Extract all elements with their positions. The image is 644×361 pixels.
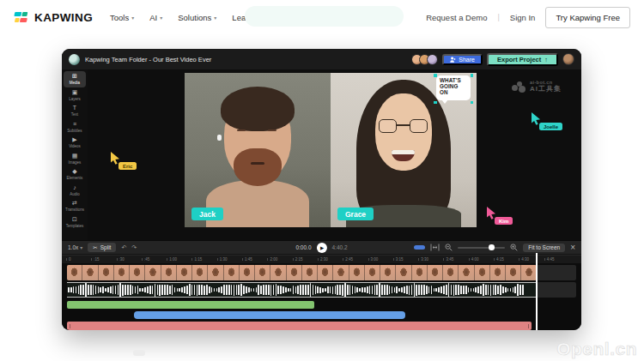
play-button[interactable]: ▶	[317, 243, 327, 253]
selection-handle[interactable]	[471, 101, 474, 105]
text-element-selection: WHAT'S GOING ON	[434, 75, 472, 104]
request-demo-link[interactable]: Request a Demo	[426, 13, 487, 22]
video-track-thumbnails[interactable]	[67, 265, 537, 280]
selection-handle[interactable]	[434, 101, 437, 105]
project-title[interactable]: Kapwing Team Folder - Our Best Video Eve…	[85, 56, 211, 63]
try-kapwing-free-button[interactable]: Try Kapwing Free	[545, 7, 630, 28]
ruler-tick-label: 2:45	[345, 257, 353, 262]
sidebar-item[interactable]: ◆ Elements	[64, 166, 86, 183]
ruler-tick: 4:45	[544, 256, 569, 263]
snap-toggle[interactable]	[414, 245, 425, 250]
collaborator-cursor-joelle: Joelle	[531, 112, 542, 125]
sidebar-item[interactable]: ▶ Videos	[64, 135, 86, 151]
ruler-tick-label: 2:30	[320, 257, 328, 262]
site-header: KAPWING Tools ▾ AI ▾ Solutions ▾	[0, 0, 644, 34]
video-clip-jack[interactable]: Jack	[185, 73, 331, 227]
selection-handle[interactable]	[471, 74, 474, 77]
ruler-tick-label: :30	[119, 257, 125, 262]
brand-name: KAPWING	[34, 11, 93, 24]
ruler-tick: 1:00	[167, 256, 191, 263]
nav-item[interactable]: Tools ▾	[110, 13, 134, 22]
sidebar-item[interactable]: T Text	[64, 103, 86, 119]
ruler-tick: 4:00	[469, 256, 494, 263]
ruler-tick: 1:45	[242, 256, 267, 263]
export-project-button[interactable]: Export Project ↑	[487, 53, 558, 66]
page-watermark: Openl.cn	[556, 339, 637, 359]
sidebar-item[interactable]: ▣ Layers	[64, 87, 86, 104]
collaborator-avatars	[411, 54, 438, 65]
zoom-out-icon[interactable]	[445, 244, 453, 251]
zoom-slider-knob[interactable]	[489, 244, 495, 250]
chevron-down-icon: ▾	[131, 15, 134, 21]
redo-icon[interactable]: ↷	[131, 244, 137, 251]
ruler-tick-label: :15	[94, 257, 99, 262]
share-button-label: Share	[459, 57, 475, 63]
close-icon[interactable]: ×	[570, 244, 575, 252]
share-person-icon	[450, 57, 456, 63]
ruler-tick: :30	[117, 256, 142, 263]
sidebar-item-label: Videos	[69, 144, 81, 148]
sidebar-item-label: Transitions	[65, 208, 84, 212]
undo-icon[interactable]: ↶	[121, 244, 126, 251]
timeline-layer-red[interactable]	[67, 322, 532, 330]
ruler-tick: :45	[142, 256, 167, 263]
sidebar-item[interactable]: ⇄ Transitions	[64, 198, 86, 214]
ruler-tick: 1:15	[191, 256, 216, 263]
split-label: Split	[100, 244, 112, 250]
current-time: 0:00.0	[295, 244, 311, 250]
ruler-tick-label: 4:30	[521, 257, 529, 262]
timeline-ruler[interactable]: 0 :15 :30 :45 1:00 1:15 1:30 1:45 2:00 2…	[62, 255, 581, 263]
selection-handle[interactable]	[434, 74, 437, 77]
preview-canvas[interactable]: Jack Grace WHAT'S GOING ON	[88, 69, 581, 240]
sidebar-item-icon: ▣	[72, 89, 78, 96]
total-duration: 4:40.2	[332, 244, 348, 250]
ruler-tick-label: 3:30	[421, 257, 428, 262]
export-upload-icon: ↑	[544, 56, 548, 63]
sidebar-item[interactable]: ⊞ Media	[64, 71, 86, 87]
topbar-right: Share Export Project ↑	[411, 53, 574, 66]
nav-item-label: AI	[149, 13, 157, 22]
playhead[interactable]	[536, 253, 538, 330]
zoom-in-icon[interactable]	[510, 244, 518, 251]
audio-waveform[interactable]	[67, 282, 537, 298]
sidebar-item[interactable]: ⊡ Templates	[64, 214, 86, 231]
video-clips: Jack Grace	[185, 73, 477, 227]
timeline-zoom-slider[interactable]	[458, 247, 505, 249]
editor-sidebar: ⊞ Media ▣ Layers T Text ≡ Subtitles	[62, 69, 88, 240]
timeline-layer-blue[interactable]	[134, 311, 405, 319]
clip-name-tag-jack[interactable]: Jack	[191, 208, 223, 220]
sidebar-item[interactable]: ▦ Images	[64, 151, 86, 167]
speech-bubble-text[interactable]: WHAT'S GOING ON	[436, 75, 471, 100]
speed-value: 1.0x	[68, 244, 78, 250]
collaborator-cursor-eric: Eric	[110, 152, 121, 165]
fit-to-screen-button[interactable]: Fit to Screen	[523, 244, 565, 252]
play-icon: ▶	[320, 245, 324, 250]
cursor-name-tag: Eric	[118, 162, 137, 170]
playback-speed-dropdown[interactable]: 1.0x ▾	[68, 244, 82, 250]
sidebar-item-label: Layers	[69, 97, 81, 101]
sidebar-item-icon: ▶	[72, 136, 76, 143]
ruler-tick-label: 3:15	[396, 257, 404, 262]
nav-item[interactable]: Solutions ▾	[178, 13, 216, 22]
sign-in-link[interactable]: Sign In	[510, 13, 536, 22]
split-button[interactable]: ✂ Split	[88, 243, 116, 252]
sidebar-item[interactable]: ♪ Audio	[64, 183, 86, 199]
stray-blob	[133, 350, 145, 356]
sidebar-item-label: Audio	[70, 192, 80, 196]
clip-name-tag-grace[interactable]: Grace	[337, 208, 374, 220]
workspace-icon[interactable]	[69, 54, 80, 65]
sidebar-item-icon: ⊡	[72, 216, 77, 223]
share-button[interactable]: Share	[442, 54, 483, 65]
sidebar-item-icon: ⊞	[72, 73, 77, 80]
sidebar-item-icon: ♪	[73, 184, 76, 191]
nav-item[interactable]: AI ▾	[149, 13, 162, 22]
timeline-layer-green[interactable]	[67, 301, 314, 309]
ruler-tick-label: 3:45	[446, 257, 453, 262]
avatar[interactable]	[427, 54, 438, 65]
kapwing-logo[interactable]: KAPWING	[14, 11, 93, 24]
fit-width-icon[interactable]	[430, 244, 440, 251]
sidebar-item[interactable]: ≡ Subtitles	[64, 119, 86, 135]
sidebar-item-icon: ⇄	[72, 200, 77, 207]
header-divider: |	[497, 13, 499, 21]
user-avatar[interactable]	[562, 53, 574, 65]
